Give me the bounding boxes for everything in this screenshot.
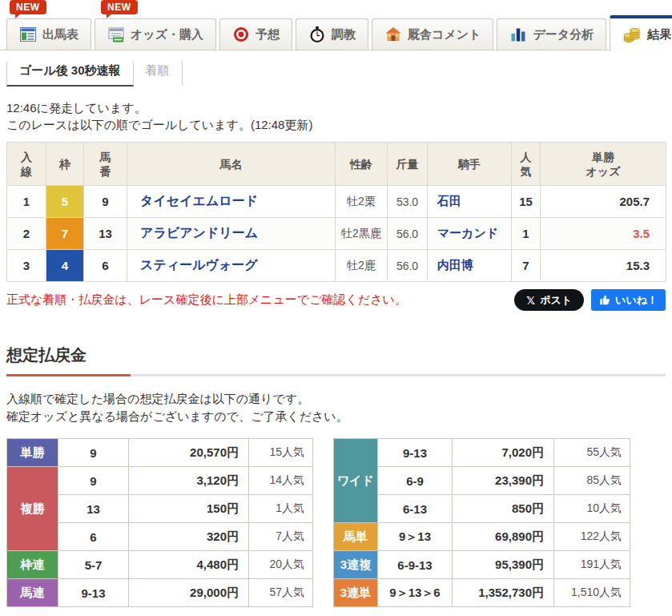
tab-label: 予想 [256, 27, 280, 42]
tab-yoso[interactable]: 予想 [219, 18, 292, 50]
jockey-link[interactable]: 石田 [437, 194, 461, 207]
tab-odds-purchase[interactable]: オッズ・購入 [95, 18, 216, 50]
selection: 6-9-13 [378, 551, 453, 579]
col-header-pos: 入 線 [7, 143, 46, 186]
horse-number: 13 [84, 218, 127, 250]
horse-number: 6 [84, 250, 127, 282]
payout-description: 入線順で確定した場合の想定払戻金は以下の通りです。 確定オッズと異なる場合がござ… [6, 390, 672, 425]
table-row: 6-9 23,390円 85人気 [334, 467, 630, 495]
sex-age: 牡2鹿 [336, 250, 388, 282]
selection: 9 [58, 467, 129, 495]
tab-label: データ分析 [533, 27, 594, 42]
payout-amount: 850円 [453, 495, 554, 523]
odds-ipat-icon [107, 26, 125, 43]
table-row: 3 4 6 スティールヴォーグ 牡2鹿 56.0 内田博 7 15.3 [7, 250, 666, 282]
stopwatch-icon [308, 26, 326, 43]
bet-type-wide: ワイド [334, 439, 378, 523]
subtab-chakujun[interactable]: 着順 [134, 62, 183, 85]
bet-type-umatan: 馬単 [334, 523, 378, 551]
win-odds: 15.3 [541, 250, 666, 282]
table-row: 6-13 850円 10人気 [334, 495, 630, 523]
new-badge: NEW [10, 0, 46, 14]
popularity-rank: 57人気 [249, 579, 313, 607]
new-badge: NEW [101, 0, 138, 14]
official-result-notice: 正式な着順・払戻金は、レース確定後に上部メニューでご確認ください。 [6, 292, 407, 308]
coins-icon [622, 25, 642, 44]
bet-type-umaren: 馬連 [7, 579, 58, 607]
share-buttons: 𝕏 ポスト いいね！ [514, 289, 666, 311]
jockey-link[interactable]: 内田博 [437, 258, 473, 272]
horse-name-cell: タイセイエムロード [127, 186, 336, 218]
tab-label: 結果 [647, 27, 671, 42]
waku-badge: 4 [46, 250, 84, 282]
selection: 9-13 [58, 579, 129, 607]
popularity: 15 [512, 186, 541, 218]
col-header-sexage: 性齢 [336, 143, 388, 186]
tab-data-analysis[interactable]: データ分析 [497, 18, 606, 50]
payout-amount: 320円 [129, 523, 249, 551]
table-row: 3連単 9＞13＞6 1,352,730円 1,510人気 [334, 579, 630, 607]
horse-name-link[interactable]: アラビアンドリーム [140, 226, 258, 240]
bet-type-tansho: 単勝 [7, 439, 58, 467]
table-row: 3連複 6-9-13 95,390円 191人気 [334, 551, 630, 579]
post-label: ポスト [540, 293, 572, 308]
like-label: いいね！ [615, 293, 658, 308]
popularity-rank: 122人気 [554, 523, 630, 551]
weight: 53.0 [388, 186, 428, 218]
subtab-goal-flash[interactable]: ゴール後 30秒速報 [6, 62, 134, 87]
x-logo-icon: 𝕏 [526, 294, 535, 307]
tab-kekka[interactable]: 結果 [610, 15, 672, 50]
selection: 9 [58, 439, 129, 467]
result-header-row: 入 線 枠 馬 番 馬名 性齢 斤量 騎手 人 気 単勝 オッズ [7, 143, 666, 186]
facebook-like-button[interactable]: いいね！ [591, 289, 666, 311]
tab-label: 調教 [332, 27, 356, 42]
status-line-start: 12:46に発走しています。 [6, 99, 672, 116]
payout-amount: 69,890円 [453, 523, 554, 551]
title-divider [6, 374, 666, 376]
popularity-rank: 20人気 [249, 551, 313, 579]
horse-number: 9 [84, 186, 127, 218]
horse-name-cell: アラビアンドリーム [127, 218, 336, 250]
selection: 5-7 [58, 551, 129, 579]
payout-desc-line1: 入線順で確定した場合の想定払戻金は以下の通りです。 [6, 390, 672, 408]
jockey-link[interactable]: マーカンド [437, 226, 498, 240]
sex-age: 牡2栗 [336, 186, 388, 218]
payout-tables: 単勝 9 20,570円 15人気 複勝 9 3,120円 14人気 13 15… [6, 438, 672, 607]
payout-section-title: 想定払戻金 [6, 344, 672, 366]
payout-amount: 7,020円 [453, 439, 554, 467]
col-header-weight: 斤量 [388, 143, 428, 186]
win-odds: 3.5 [541, 218, 666, 250]
tab-shutsubahyo[interactable]: 出馬表 [6, 18, 91, 50]
table-row: 枠連 5-7 4,480円 20人気 [7, 551, 313, 579]
selection: 6-13 [378, 495, 453, 523]
popularity-rank: 14人気 [249, 467, 313, 495]
tab-chokyo[interactable]: 調教 [296, 18, 368, 50]
jockey-cell: マーカンド [428, 218, 512, 250]
table-row: 馬連 9-13 29,000円 57人気 [7, 579, 313, 607]
payout-desc-line2: 確定オッズと異なる場合がございますので、ご了承ください。 [6, 408, 672, 425]
payout-amount: 23,390円 [453, 467, 554, 495]
weight: 56.0 [388, 218, 428, 250]
popularity-rank: 10人気 [554, 495, 630, 523]
col-header-name: 馬名 [127, 143, 336, 186]
selection: 6 [58, 523, 129, 551]
table-row: 複勝 9 3,120円 14人気 [7, 467, 313, 495]
bet-type-fukusho: 複勝 [7, 467, 58, 551]
thumbs-up-icon [599, 294, 611, 306]
waku-badge: 5 [46, 186, 84, 218]
selection: 6-9 [378, 467, 453, 495]
horse-name-link[interactable]: スティールヴォーグ [140, 258, 258, 272]
col-header-num: 馬 番 [84, 143, 127, 186]
table-row: ワイド 9-13 7,020円 55人気 [334, 439, 630, 467]
tab-kyusha-comment[interactable]: 厩舎コメント [372, 18, 493, 50]
result-subtabs: ゴール後 30秒速報 着順 [6, 62, 672, 87]
finish-position: 1 [7, 186, 46, 218]
finish-position: 2 [7, 218, 46, 250]
x-post-button[interactable]: 𝕏 ポスト [514, 289, 584, 311]
table-row: 単勝 9 20,570円 15人気 [7, 439, 313, 467]
result-table: 入 線 枠 馬 番 馬名 性齢 斤量 騎手 人 気 単勝 オッズ 1 5 9 タ… [6, 142, 666, 282]
payout-table-left: 単勝 9 20,570円 15人気 複勝 9 3,120円 14人気 13 15… [6, 438, 313, 607]
horse-name-link[interactable]: タイセイエムロード [140, 194, 258, 207]
finish-position: 3 [7, 250, 46, 282]
popularity-rank: 15人気 [249, 439, 313, 467]
